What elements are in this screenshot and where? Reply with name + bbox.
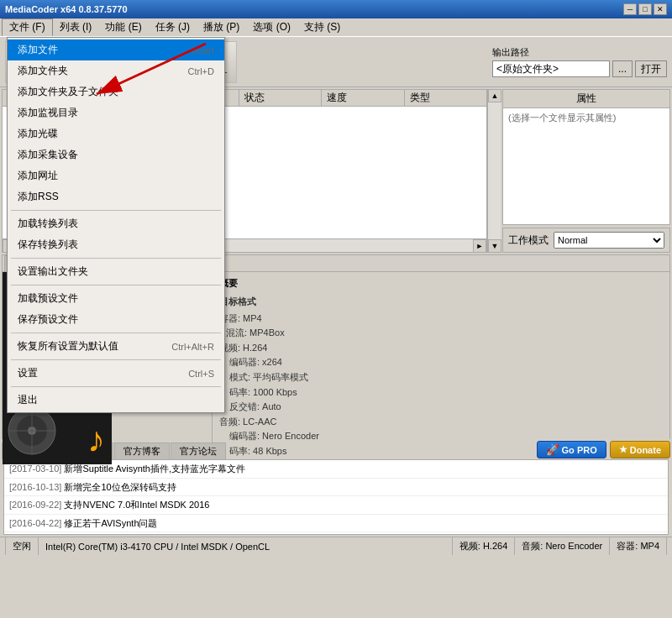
minimize-button[interactable]: ─ <box>623 3 637 15</box>
status-bar: 空闲 Intel(R) Core(TM) i3-4170 CPU / Intel… <box>0 537 672 555</box>
go-pro-icon: 🚀 <box>546 443 559 456</box>
title-controls: ─ □ ✕ <box>623 3 667 15</box>
summary-line-6: 反交错: Auto <box>219 400 663 415</box>
news-item-2: [2016-09-22] 支持NVENC 7.0和Intel MSDK 2016 <box>4 496 668 515</box>
menu-add-watch[interactable]: 添加监视目录 <box>8 102 224 123</box>
maximize-button[interactable]: □ <box>638 3 652 15</box>
menu-task[interactable]: 任务 (J) <box>149 18 197 36</box>
app-window: MediaCoder x64 0.8.37.5770 ─ □ ✕ 文件 (F) … <box>0 0 672 618</box>
menu-save-preset[interactable]: 保存预设文件 <box>8 309 224 330</box>
work-mode-label: 工作模式 <box>508 233 549 248</box>
menu-func[interactable]: 功能 (E) <box>98 18 148 36</box>
col-type: 类型 <box>405 90 486 106</box>
menu-add-file[interactable]: 添加文件 Insert <box>8 39 224 60</box>
h-scroll-right[interactable]: ► <box>473 239 486 253</box>
status-container: 容器: MP4 <box>610 537 667 555</box>
work-mode-select[interactable]: Normal Batch Queue <box>554 232 664 249</box>
tab-forum[interactable]: 官方论坛 <box>171 443 226 459</box>
menu-sep4 <box>11 333 221 333</box>
work-mode-panel: 工作模式 Normal Batch Queue <box>502 228 670 253</box>
menu-add-url[interactable]: 添加网址 <box>8 165 224 186</box>
menu-file[interactable]: 文件 (F) <box>2 18 53 36</box>
file-dropdown-menu: 添加文件 Insert 添加文件夹 Ctrl+D 添加文件夹及子文件夹 添加监视… <box>7 37 225 413</box>
menu-settings[interactable]: 设置 Ctrl+S <box>8 363 224 384</box>
open-button[interactable]: 打开 <box>635 60 667 77</box>
summary-line-3: 编码器: x264 <box>219 355 663 370</box>
menu-add-folder[interactable]: 添加文件夹 Ctrl+D <box>8 60 224 81</box>
summary-line-1: 混流: MP4Box <box>219 326 663 341</box>
properties-panel: 属性 (选择一个文件显示其属性) <box>502 89 670 225</box>
menu-play[interactable]: 播放 (P) <box>197 18 246 36</box>
close-button[interactable]: ✕ <box>654 3 667 15</box>
menu-sep6 <box>11 386 221 387</box>
donate-button[interactable]: ★ Donate <box>610 441 670 458</box>
music-note-icon: ♪ <box>87 420 105 460</box>
status-audio: 音频: Nero Encoder <box>515 537 610 555</box>
menu-load-preset[interactable]: 加载预设文件 <box>8 288 224 309</box>
window-title: MediaCoder x64 0.8.37.5770 <box>5 4 128 14</box>
col-status: 状态 <box>239 90 322 106</box>
summary-content: 目标格式 容器: MP4 混流: MP4Box 视频: H.264 编码器: x… <box>219 295 663 459</box>
output-path-row: ... 打开 <box>492 60 667 77</box>
summary-panel: 概要 目标格式 容器: MP4 混流: MP4Box 视频: H.264 编码器… <box>213 272 669 464</box>
menu-save-list[interactable]: 保存转换列表 <box>8 234 224 255</box>
browse-button[interactable]: ... <box>612 60 633 77</box>
right-panel: 属性 (选择一个文件显示其属性) 工作模式 Normal Batch Queue <box>502 89 670 253</box>
summary-line-2: 视频: H.264 <box>219 341 663 356</box>
menu-bar: 文件 (F) 列表 (I) 功能 (E) 任务 (J) 播放 (P) 选项 (O… <box>0 18 672 37</box>
output-path-label: 输出路径 <box>492 46 667 59</box>
summary-line-0: 容器: MP4 <box>219 312 663 327</box>
news-item-3: [2016-04-22] 修正若干AVISynth问题 <box>4 515 668 533</box>
menu-support[interactable]: 支持 (S) <box>297 18 347 36</box>
star-icon: ★ <box>619 444 627 455</box>
scroll-down[interactable]: ▼ <box>488 239 501 253</box>
output-path-input[interactable] <box>492 60 610 77</box>
menu-load-list[interactable]: 加载转换列表 <box>8 213 224 234</box>
news-panel: [2017-03-10] 新增Suptitle Avisynth插件,支持蓝光字… <box>3 459 669 535</box>
file-v-scrollbar[interactable]: ▲ ▼ <box>487 89 501 253</box>
tab-blog[interactable]: 官方博客 <box>114 443 170 459</box>
col-speed: 速度 <box>322 90 404 106</box>
menu-options[interactable]: 选项 (O) <box>246 18 297 36</box>
go-pro-button[interactable]: 🚀 Go PRO <box>537 441 606 458</box>
scroll-up[interactable]: ▲ <box>488 89 501 102</box>
news-item-1: [2016-10-13] 新增完全10位色深转码支持 <box>4 479 668 497</box>
menu-set-output[interactable]: 设置输出文件夹 <box>8 261 224 282</box>
scroll-track <box>488 102 501 239</box>
summary-line-7: 音频: LC-AAC <box>219 415 663 430</box>
status-video: 视频: H.264 <box>453 537 515 555</box>
summary-title: 概要 <box>219 277 663 290</box>
menu-list[interactable]: 列表 (I) <box>53 18 99 36</box>
menu-restore[interactable]: 恢复所有设置为默认值 Ctrl+Alt+R <box>8 336 224 357</box>
action-buttons: 🚀 Go PRO ★ Donate <box>537 441 670 458</box>
menu-exit[interactable]: 退出 <box>8 390 224 411</box>
menu-add-disc[interactable]: 添加光碟 <box>8 123 224 144</box>
output-path-container: 输出路径 ... 打开 <box>492 46 667 77</box>
properties-content: (选择一个文件显示其属性) <box>503 108 669 128</box>
summary-line-4: 模式: 平均码率模式 <box>219 370 663 385</box>
status-idle: 空闲 <box>5 537 39 555</box>
summary-line-5: 码率: 1000 Kbps <box>219 385 663 401</box>
menu-sep2 <box>11 258 221 259</box>
status-cpu: Intel(R) Core(TM) i3-4170 CPU / Intel MS… <box>39 537 453 555</box>
title-bar: MediaCoder x64 0.8.37.5770 ─ □ ✕ <box>0 0 672 18</box>
menu-sep1 <box>11 210 221 211</box>
summary-target-label: 目标格式 <box>219 295 663 310</box>
menu-sep3 <box>11 285 221 285</box>
menu-add-capture[interactable]: 添加采集设备 <box>8 144 224 165</box>
menu-sep5 <box>11 359 221 360</box>
menu-add-folder-sub[interactable]: 添加文件夹及子文件夹 <box>8 81 224 102</box>
menu-add-rss[interactable]: 添加RSS <box>8 186 224 207</box>
properties-header: 属性 <box>503 90 669 108</box>
